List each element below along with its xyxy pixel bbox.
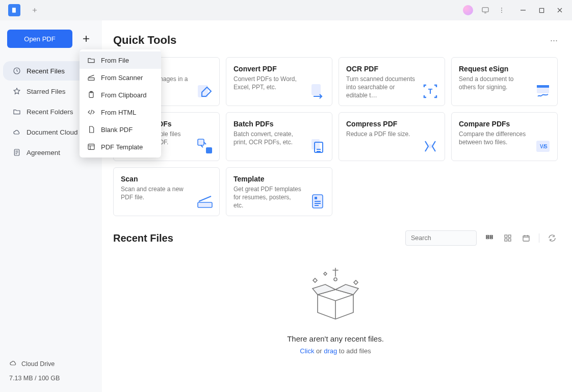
star-icon [12, 87, 21, 96]
svg-rect-18 [429, 144, 432, 148]
svg-rect-26 [486, 236, 489, 237]
convert-icon [308, 82, 327, 100]
svg-rect-22 [198, 202, 212, 207]
svg-rect-16 [311, 139, 320, 149]
folder-icon [87, 56, 96, 65]
tool-title: Convert PDF [233, 65, 325, 73]
scanner-icon [87, 73, 96, 82]
quick-tools-heading: Quick Tools [113, 34, 176, 47]
svg-rect-33 [508, 239, 511, 241]
menu-item-from-file[interactable]: From File [80, 51, 161, 69]
search-box[interactable] [405, 230, 477, 246]
avatar-icon[interactable] [463, 5, 473, 15]
empty-box-icon [302, 264, 369, 325]
tool-card-compress-pdf[interactable]: Compress PDF Reduce a PDF file size. [339, 112, 445, 161]
tool-card-batch-pdfs[interactable]: Batch PDFs Batch convert, create, print,… [226, 112, 332, 161]
click-link[interactable]: Click [300, 347, 314, 355]
menu-item-from-html[interactable]: From HTML [80, 103, 161, 121]
menu-item-label: From HTML [101, 109, 136, 116]
html-icon [87, 108, 96, 117]
tool-card-request-esign[interactable]: Request eSign Send a document to others … [451, 57, 558, 106]
svg-point-35 [334, 278, 337, 281]
sidebar-item-label: Starred Files [27, 88, 66, 95]
storage-quota-label: 7.13 MB / 100 GB [9, 375, 93, 382]
menu-item-label: PDF Template [101, 143, 143, 151]
sidebar-item-label: Recent Files [27, 67, 65, 75]
grid-view-button[interactable] [502, 232, 513, 244]
window-maximize-button[interactable] [532, 2, 551, 18]
cloud-drive-link[interactable]: Cloud Drive [9, 359, 93, 369]
recent-files-heading: Recent Files [113, 232, 173, 244]
template-icon [87, 142, 96, 151]
esign-icon [534, 82, 552, 100]
svg-rect-32 [505, 239, 507, 241]
svg-text:S: S [544, 144, 548, 149]
menu-item-from-scanner[interactable]: From Scanner [80, 69, 161, 86]
template-icon [308, 192, 327, 211]
main-content: Quick Tools ··· Edit PDF Edit text and i… [102, 20, 572, 392]
cloud-icon [12, 127, 21, 137]
tool-card-template[interactable]: Template Get great PDF templates for res… [226, 167, 332, 216]
empty-state-hint: Click or drag to add files [300, 347, 371, 355]
window-close-button[interactable] [551, 2, 569, 18]
quick-tools-more-button[interactable]: ··· [550, 35, 558, 46]
recent-files-empty-state: There aren't any recent files. Click or … [113, 251, 558, 360]
quick-tools-grid: Edit PDF Edit text and images in a PDF f… [113, 57, 558, 216]
tool-card-ocr-pdf[interactable]: OCR PDF Turn scanned documents into sear… [339, 57, 445, 106]
feedback-icon[interactable] [477, 2, 493, 18]
cloud-drive-label: Cloud Drive [21, 360, 55, 368]
tool-card-convert-pdf[interactable]: Convert PDF Convert PDFs to Word, Excel,… [226, 57, 332, 106]
list-view-button[interactable] [484, 232, 495, 244]
drag-link[interactable]: drag [324, 347, 337, 355]
svg-rect-29 [490, 238, 492, 239]
svg-rect-28 [490, 236, 492, 237]
svg-rect-10 [311, 84, 321, 95]
sidebar-item-label: Recent Folders [27, 108, 73, 116]
svg-rect-2 [482, 8, 488, 12]
create-pdf-plus-button[interactable] [77, 30, 95, 47]
refresh-button[interactable] [547, 232, 558, 244]
svg-rect-34 [523, 236, 529, 241]
new-tab-button[interactable] [29, 4, 41, 16]
svg-rect-15 [206, 147, 212, 153]
menu-item-label: Blank PDF [101, 126, 133, 134]
ocr-icon: T [421, 82, 439, 100]
compare-icon: V/S [534, 137, 552, 155]
scan-icon [196, 192, 214, 211]
search-input[interactable] [410, 234, 492, 242]
svg-rect-24 [315, 197, 317, 199]
svg-rect-14 [198, 139, 204, 145]
divider [539, 233, 539, 243]
tool-title: Scan [121, 175, 212, 183]
calendar-view-button[interactable] [521, 232, 532, 244]
svg-point-4 [501, 10, 502, 11]
tool-card-scan[interactable]: Scan Scan and create a new PDF file. [113, 167, 220, 216]
svg-rect-6 [539, 8, 543, 12]
svg-text:T: T [428, 87, 433, 95]
cloud-icon [9, 359, 17, 369]
window-minimize-button[interactable] [514, 2, 532, 18]
sidebar-item-label: Document Cloud [27, 128, 78, 136]
tool-card-compare-pdfs[interactable]: Compare PDFs Compare the differences bet… [451, 112, 558, 161]
menu-item-pdf-template[interactable]: PDF Template [80, 138, 161, 155]
tool-title: Request eSign [459, 65, 550, 73]
menu-item-blank-pdf[interactable]: Blank PDF [80, 121, 161, 138]
kebab-menu-icon[interactable] [493, 2, 510, 18]
document-icon [12, 148, 21, 157]
svg-rect-27 [486, 238, 489, 239]
clock-icon [12, 66, 21, 75]
svg-point-3 [501, 8, 502, 9]
app-logo [8, 4, 20, 16]
menu-item-label: From Clipboard [101, 91, 147, 99]
svg-rect-30 [505, 235, 507, 238]
svg-rect-0 [12, 8, 16, 13]
open-pdf-button[interactable]: Open PDF [7, 30, 72, 48]
menu-item-label: From Scanner [101, 74, 143, 82]
edit-icon [196, 82, 214, 100]
svg-point-5 [501, 12, 502, 13]
create-pdf-dropdown: From File From Scanner From Clipboard Fr… [80, 49, 161, 158]
menu-item-label: From File [101, 57, 129, 64]
tool-title: OCR PDF [346, 65, 437, 73]
menu-item-from-clipboard[interactable]: From Clipboard [80, 86, 161, 103]
sidebar-item-label: Agreement [27, 149, 60, 156]
